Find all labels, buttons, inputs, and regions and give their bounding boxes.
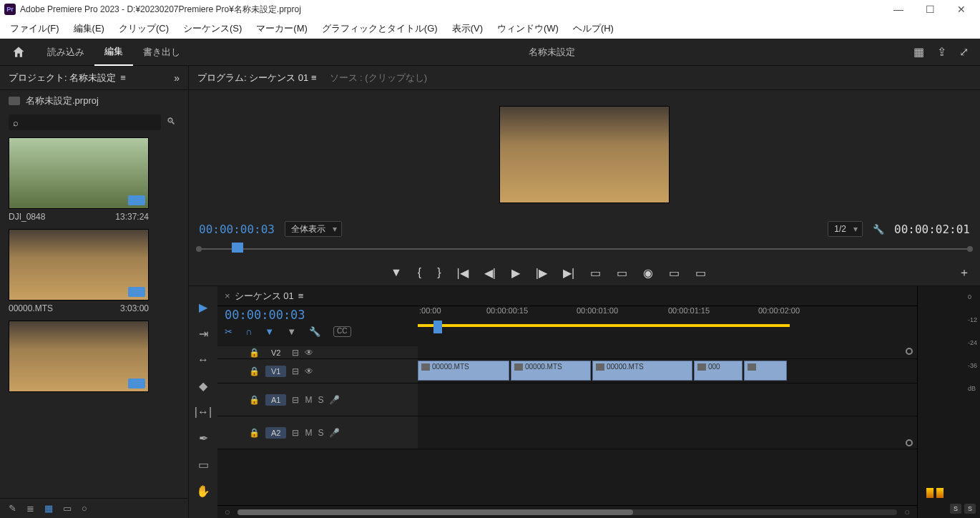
minimize-button[interactable]: — <box>888 4 908 15</box>
sequence-menu-icon[interactable]: ≡ <box>298 290 304 301</box>
timeline-tc[interactable]: 00:00:00:03 <box>225 308 411 322</box>
track-select-tool-icon[interactable]: ⇥ <box>199 327 208 341</box>
rectangle-tool-icon[interactable]: ▭ <box>198 458 209 471</box>
selection-tool-icon[interactable]: ▶ <box>199 300 207 314</box>
timeline-clip[interactable]: 00000.MTS <box>418 361 509 381</box>
menu-window[interactable]: ウィンドウ(W) <box>490 22 566 35</box>
safe-margins-icon[interactable]: ▭ <box>695 266 706 280</box>
solo-left[interactable]: S <box>950 504 961 514</box>
workspace-import[interactable]: 読み込み <box>37 39 94 66</box>
menu-sequence[interactable]: シーケンス(S) <box>176 22 249 35</box>
home-icon[interactable] <box>11 45 26 59</box>
clip-item[interactable]: DJI_084813:37:24 <box>9 137 180 222</box>
clip-thumb[interactable] <box>9 321 149 392</box>
monitor-tc-out[interactable]: 00:00:02:01 <box>894 223 970 236</box>
lane-v1[interactable]: 00000.MTS 00000.MTS 00000.MTS 000 <box>418 359 917 383</box>
go-to-in-icon[interactable]: |◀ <box>457 266 469 280</box>
timeline-clip[interactable]: 00000.MTS <box>511 361 591 381</box>
menu-graphics[interactable]: グラフィックとタイトル(G) <box>315 22 445 35</box>
close-button[interactable]: ✕ <box>951 4 971 15</box>
monitor-video-area[interactable] <box>189 90 980 218</box>
zoom-slider-icon[interactable]: ○ <box>82 503 87 514</box>
lane-a2[interactable] <box>418 416 917 449</box>
menu-help[interactable]: ヘルプ(H) <box>566 22 621 35</box>
timeline-scrollbar[interactable] <box>237 509 897 515</box>
track-label-a2[interactable]: A2 <box>265 427 286 439</box>
track-head-a2[interactable]: 🔒 A2 ⊟ M S 🎤 <box>217 416 418 449</box>
menu-clip[interactable]: クリップ(C) <box>112 22 176 35</box>
lock-icon[interactable]: 🔒 <box>249 366 260 376</box>
cc-icon[interactable]: CC <box>333 326 351 337</box>
source-tab[interactable]: ソース : (クリップなし) <box>330 72 428 84</box>
settings-wrench-icon[interactable]: 🔧 <box>873 224 884 235</box>
pencil-icon[interactable]: ✎ <box>9 503 16 514</box>
track-head-v1[interactable]: 🔒 V1 ⊟ 👁 <box>217 359 418 383</box>
scrubber-playhead[interactable] <box>232 243 243 253</box>
timeline-ruler[interactable]: :00:00 00:00:00:15 00:00:01:00 00:00:01:… <box>418 306 917 346</box>
marker-add-icon[interactable]: ▼ <box>265 326 274 337</box>
razor-tool-icon[interactable]: ◆ <box>199 379 207 393</box>
lock-icon[interactable]: 🔒 <box>249 348 260 358</box>
track-label-v2[interactable]: V2 <box>265 347 286 358</box>
new-bin-icon[interactable]: 🔍︎ <box>167 116 180 129</box>
toggle-output-icon[interactable]: 👁 <box>305 348 313 358</box>
menu-edit[interactable]: 編集(E) <box>67 22 112 35</box>
solo-button[interactable]: S <box>318 428 323 438</box>
icon-view-icon[interactable]: ▦ <box>44 503 53 514</box>
track-head-a1[interactable]: 🔒 A1 ⊟ M S 🎤 <box>217 383 418 416</box>
tl-marker-icon[interactable]: ▼ <box>287 326 296 337</box>
fit-dropdown[interactable]: 全体表示 <box>285 221 342 237</box>
track-resize-handle[interactable] <box>906 439 913 446</box>
extract-icon[interactable]: ▭ <box>617 266 627 280</box>
snap-icon[interactable]: ✂ <box>225 326 232 337</box>
sync-lock-icon[interactable]: ⊟ <box>292 348 299 358</box>
ruler-track[interactable] <box>418 321 917 333</box>
clip-thumb[interactable] <box>9 137 149 209</box>
track-content[interactable]: 00000.MTS 00000.MTS 00000.MTS 000 <box>418 346 917 505</box>
menu-view[interactable]: 表示(V) <box>445 22 490 35</box>
pen-tool-icon[interactable]: ✒ <box>199 431 208 445</box>
clip-thumb[interactable] <box>9 229 149 300</box>
freeform-view-icon[interactable]: ▭ <box>63 503 72 514</box>
timeline-tab[interactable]: × シーケンス 01 ≡ <box>217 286 917 306</box>
solo-button[interactable]: S <box>318 395 323 405</box>
sequence-close-icon[interactable]: × <box>225 290 230 301</box>
mute-button[interactable]: M <box>305 428 312 438</box>
hand-tool-icon[interactable]: ✋ <box>196 484 210 498</box>
monitor-tc-in[interactable]: 00:00:00:03 <box>199 223 275 236</box>
share-icon[interactable]: ⇪ <box>937 45 946 59</box>
panel-menu-icon[interactable]: ≡ <box>120 72 126 83</box>
timeline-clip[interactable]: 00000.MTS <box>592 361 692 381</box>
tl-wrench-icon[interactable]: 🔧 <box>309 326 320 337</box>
workspace-edit[interactable]: 編集 <box>94 39 133 66</box>
scrubber-end[interactable] <box>967 246 973 252</box>
track-head-v2[interactable]: 🔒 V2 ⊟ 👁 <box>217 346 418 359</box>
list-view-icon[interactable]: ≣ <box>26 503 34 514</box>
slip-tool-icon[interactable]: |↔| <box>195 406 212 419</box>
step-back-icon[interactable]: ◀| <box>484 266 496 280</box>
monitor-scrubber[interactable] <box>199 240 970 260</box>
in-point-icon[interactable]: { <box>418 266 421 279</box>
track-label-v1[interactable]: V1 <box>265 366 286 377</box>
voiceover-icon[interactable]: 🎤 <box>329 395 340 405</box>
zoom-in-handle[interactable]: ○ <box>904 507 910 517</box>
clip-item[interactable]: 00000.MTS3:03:00 <box>9 229 180 313</box>
work-area-bar[interactable] <box>418 324 790 327</box>
project-bins[interactable]: DJI_084813:37:24 00000.MTS3:03:00 <box>0 133 188 498</box>
button-editor-icon[interactable]: ＋ <box>959 265 970 280</box>
lane-a1[interactable] <box>418 383 917 416</box>
scale-dropdown[interactable]: 1/2 <box>828 221 863 237</box>
menu-marker[interactable]: マーカー(M) <box>249 22 315 35</box>
comparison-view-icon[interactable]: ▭ <box>669 266 680 280</box>
sync-lock-icon[interactable]: ⊟ <box>292 395 299 405</box>
out-point-icon[interactable]: } <box>437 266 441 279</box>
timeline-clip[interactable] <box>744 361 787 381</box>
workspace-export[interactable]: 書き出し <box>133 39 190 66</box>
sync-lock-icon[interactable]: ⊟ <box>292 428 299 438</box>
track-label-a1[interactable]: A1 <box>265 394 286 406</box>
lane-v2[interactable] <box>418 346 917 359</box>
export-frame-icon[interactable]: ◉ <box>643 266 653 280</box>
mute-button[interactable]: M <box>305 395 312 405</box>
panel-expand-icon[interactable]: » <box>174 72 180 84</box>
sync-lock-icon[interactable]: ⊟ <box>292 366 299 376</box>
